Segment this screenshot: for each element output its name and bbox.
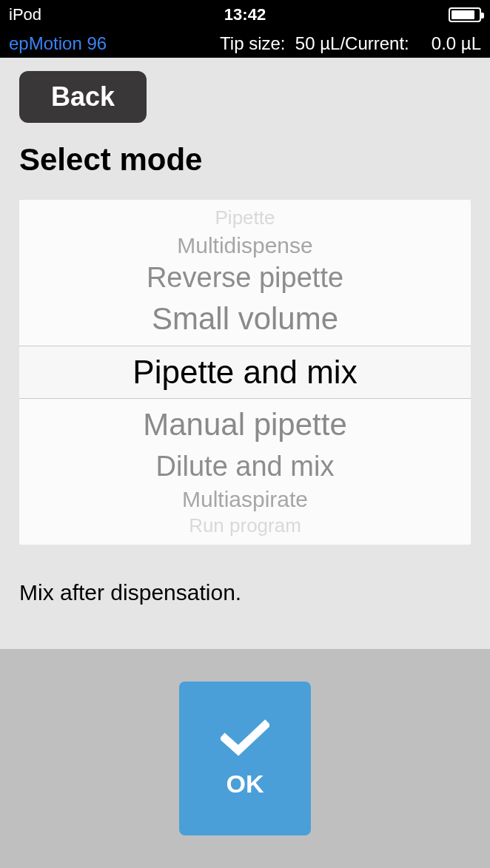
status-time: 13:42 — [167, 5, 324, 24]
picker-item: Manual pipette — [19, 399, 471, 448]
footer: OK — [0, 649, 490, 868]
status-carrier: iPod — [9, 5, 167, 24]
picker-item-selected: Pipette and mix — [19, 346, 471, 399]
current-value: 0.0 µL — [432, 33, 481, 54]
picker-item: Multidispense — [19, 231, 471, 260]
mode-picker[interactable]: Pipette Multidispense Reverse pipette Sm… — [19, 200, 471, 545]
ok-label: OK — [226, 770, 264, 798]
mode-description: Mix after dispensation. — [19, 580, 490, 605]
check-icon — [221, 719, 269, 756]
battery-icon — [449, 7, 481, 22]
picker-item: Run program — [19, 514, 471, 539]
back-button[interactable]: Back — [19, 71, 147, 123]
app-name: epMotion 96 — [9, 33, 107, 54]
status-bar: iPod 13:42 — [0, 0, 490, 30]
tip-size-label: Tip size: 50 µL/Current: — [220, 33, 409, 54]
picker-item: Reverse pipette — [19, 260, 471, 296]
picker-item: Dilute and mix — [19, 448, 471, 485]
info-bar: epMotion 96 Tip size: 50 µL/Current: 0.0… — [0, 30, 490, 58]
content-area: Back Select mode Pipette Multidispense R… — [0, 58, 490, 868]
page-title: Select mode — [19, 142, 490, 178]
picker-item: Small volume — [19, 296, 471, 346]
status-battery-wrap — [323, 7, 481, 22]
picker-item: Pipette — [19, 206, 471, 231]
picker-item: Multiaspirate — [19, 485, 471, 514]
ok-button[interactable]: OK — [179, 682, 311, 835]
